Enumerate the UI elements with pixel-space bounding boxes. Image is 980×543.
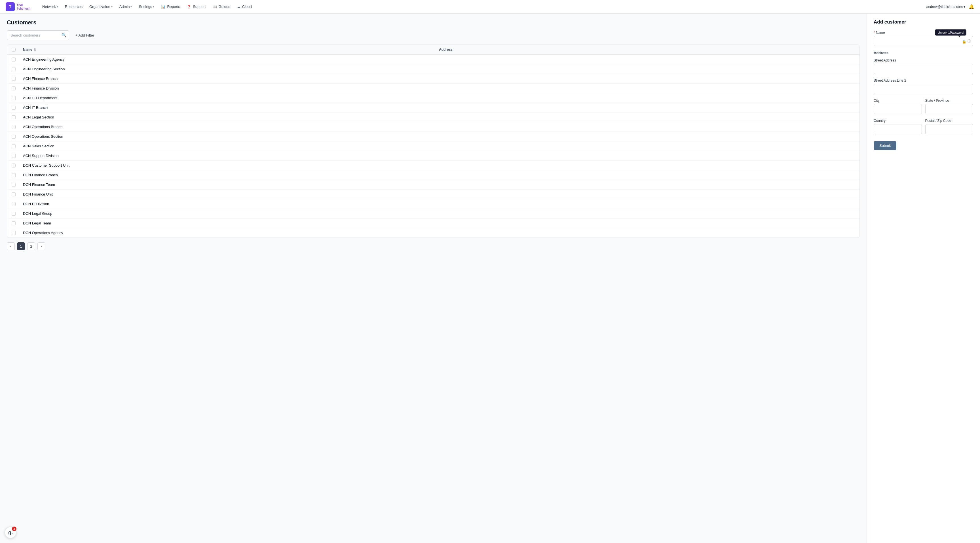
city-group: City: [873, 98, 922, 114]
nav-resources[interactable]: Resources: [62, 3, 85, 11]
table-row[interactable]: ACN Operations Branch: [7, 122, 859, 132]
postal-group: Postal / Zip Code: [925, 119, 974, 134]
country-group: Country: [873, 119, 922, 134]
row-name: DCN Legal Team: [23, 221, 439, 225]
main-content: Customers 🔍 + Add Filter Name ⇅ Address: [0, 14, 867, 543]
row-checkbox[interactable]: [12, 212, 23, 216]
nav-support[interactable]: ❓ Support: [184, 3, 209, 11]
table-row[interactable]: DCN Legal Group: [7, 209, 859, 219]
user-menu[interactable]: andrew@tidalcloud.com ▾: [926, 5, 965, 9]
row-checkbox[interactable]: [12, 231, 23, 235]
page-1-button[interactable]: 1: [17, 242, 25, 250]
table-row[interactable]: ACN Support Division: [7, 151, 859, 161]
row-name: DCN Finance Team: [23, 183, 439, 187]
pagination: ‹ 1 2 ›: [7, 242, 860, 250]
submit-button[interactable]: Submit: [873, 141, 896, 150]
logo[interactable]: T tidal lightmesh: [6, 2, 30, 11]
nav-network[interactable]: Network ▾: [40, 3, 61, 11]
row-checkbox[interactable]: [12, 173, 23, 177]
toolbar: 🔍 + Add Filter: [7, 30, 860, 40]
row-checkbox[interactable]: [12, 115, 23, 119]
table-row[interactable]: DCN Customer Support Unit: [7, 161, 859, 170]
row-name: ACN Engineering Agency: [23, 57, 439, 62]
name-input[interactable]: [873, 36, 973, 46]
select-all-checkbox[interactable]: [12, 48, 23, 52]
city-label: City: [873, 98, 922, 103]
table-row[interactable]: ACN Legal Section: [7, 113, 859, 122]
country-input[interactable]: [873, 124, 922, 134]
state-input[interactable]: [925, 104, 974, 114]
row-checkbox[interactable]: [12, 183, 23, 187]
nav-cloud[interactable]: ☁ Cloud: [234, 3, 255, 11]
table-row[interactable]: ACN Engineering Agency: [7, 55, 859, 64]
country-postal-row: Country Postal / Zip Code: [873, 119, 973, 139]
row-checkbox[interactable]: [12, 86, 23, 90]
prev-page-button[interactable]: ‹: [7, 242, 15, 250]
table-row[interactable]: ACN Engineering Section: [7, 64, 859, 74]
table-row[interactable]: ACN IT Branch: [7, 103, 859, 113]
table-row[interactable]: ACN Operations Section: [7, 132, 859, 141]
row-checkbox[interactable]: [12, 135, 23, 138]
info-icon[interactable]: ⓘ: [967, 39, 971, 44]
table-row[interactable]: DCN Operations Agency: [7, 228, 859, 238]
postal-input[interactable]: [925, 124, 974, 134]
nav-bar: T tidal lightmesh Network ▾ Resources Or…: [0, 0, 980, 14]
search-input[interactable]: [7, 30, 69, 40]
table-row[interactable]: ACN Finance Branch: [7, 74, 859, 84]
nav-admin[interactable]: Admin ▾: [116, 3, 135, 11]
col-address-header: Address: [439, 48, 855, 52]
row-checkbox[interactable]: [12, 106, 23, 110]
row-checkbox[interactable]: [12, 154, 23, 158]
page-2-button[interactable]: 2: [27, 242, 35, 250]
g-badge[interactable]: g. 3: [5, 527, 16, 538]
logo-icon: T: [6, 2, 15, 11]
nav-organization[interactable]: Organization ▾: [86, 3, 115, 11]
row-checkbox[interactable]: [12, 164, 23, 167]
table-row[interactable]: DCN Finance Team: [7, 180, 859, 190]
input-icons: Unlock 1Password 🔒 ⓘ: [962, 39, 971, 44]
nav-reports[interactable]: 📊 Reports: [158, 3, 183, 11]
page-title: Customers: [7, 19, 860, 26]
g-badge-count: 3: [12, 527, 16, 531]
add-filter-button[interactable]: + Add Filter: [73, 32, 97, 39]
table-row[interactable]: DCN Finance Branch: [7, 170, 859, 180]
lock-icon[interactable]: 🔒: [962, 39, 966, 43]
guides-icon: 📖: [213, 5, 217, 9]
street-address-input[interactable]: [873, 64, 973, 74]
cloud-icon: ☁: [237, 5, 240, 9]
city-input[interactable]: [873, 104, 922, 114]
row-checkbox[interactable]: [12, 67, 23, 71]
row-checkbox[interactable]: [12, 192, 23, 196]
table-row[interactable]: ACN HR Department: [7, 93, 859, 103]
panel-title: Add customer: [873, 19, 973, 25]
nav-settings[interactable]: Settings ▾: [136, 3, 157, 11]
row-checkbox[interactable]: [12, 57, 23, 62]
street-address-group: Street Address: [873, 59, 973, 74]
table-row[interactable]: DCN Legal Team: [7, 219, 859, 228]
row-checkbox[interactable]: [12, 96, 23, 100]
nav-guides[interactable]: 📖 Guides: [210, 3, 233, 11]
nav-items: Network ▾ Resources Organization ▾ Admin…: [40, 3, 924, 11]
table-row[interactable]: DCN Finance Unit: [7, 190, 859, 199]
row-checkbox[interactable]: [12, 202, 23, 206]
table-row[interactable]: DCN IT Division: [7, 199, 859, 209]
row-checkbox[interactable]: [12, 144, 23, 148]
nav-right: andrew@tidalcloud.com ▾ 🔔: [926, 4, 974, 10]
notification-bell[interactable]: 🔔: [969, 4, 974, 10]
chevron-down-icon: ▾: [111, 5, 113, 8]
street-address-label: Street Address: [873, 59, 973, 62]
row-name: DCN Operations Agency: [23, 231, 439, 235]
sort-icon[interactable]: ⇅: [33, 48, 36, 52]
next-page-button[interactable]: ›: [37, 242, 45, 250]
table-row[interactable]: ACN Sales Section: [7, 141, 859, 151]
table-row[interactable]: ACN Finance Division: [7, 84, 859, 93]
postal-label: Postal / Zip Code: [925, 119, 974, 123]
row-checkbox[interactable]: [12, 125, 23, 129]
row-checkbox[interactable]: [12, 77, 23, 81]
country-label: Country: [873, 119, 922, 123]
row-checkbox[interactable]: [12, 221, 23, 225]
row-name: ACN Legal Section: [23, 115, 439, 119]
street-address-line2-input[interactable]: [873, 84, 973, 94]
state-label: State / Province: [925, 98, 974, 103]
row-name: ACN IT Branch: [23, 105, 439, 110]
